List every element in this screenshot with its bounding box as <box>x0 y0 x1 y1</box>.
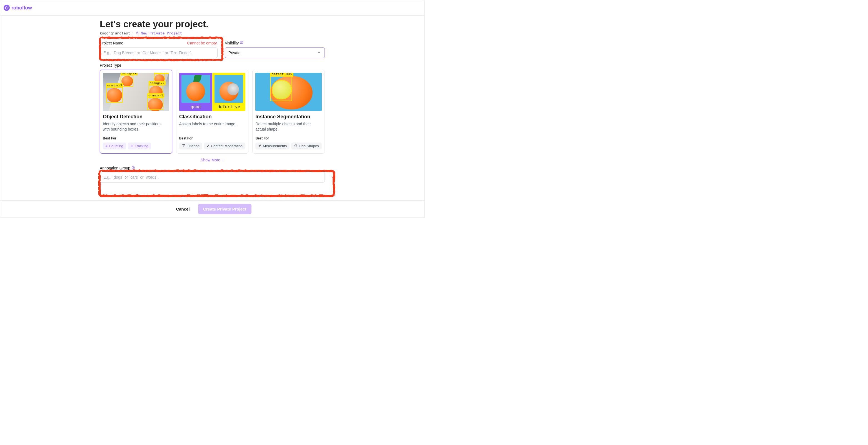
funnel-icon <box>182 144 185 148</box>
classification-illustration: good defective <box>179 73 246 111</box>
help-icon[interactable] <box>131 166 135 170</box>
ruler-icon <box>258 144 261 148</box>
project-name-error: Cannot be empty. <box>187 41 218 45</box>
project-name-label: Project Name <box>100 41 123 45</box>
breadcrumb-separator: › <box>132 31 134 35</box>
annotation-group-input[interactable] <box>100 172 325 183</box>
segmentation-illustration: defect 98% <box>255 73 322 111</box>
app-header: roboflow <box>0 0 424 15</box>
project-type-label: Project Type <box>100 63 325 67</box>
chip-odd-shapes: Odd Shapes <box>291 142 321 150</box>
page-title: Let's create your project. <box>100 19 325 29</box>
project-type-classification[interactable]: good defective Classification Assign lab… <box>176 70 249 154</box>
visibility-value: Private <box>228 51 241 55</box>
main-content: Let's create your project. kogongjangtes… <box>100 15 325 183</box>
best-for-label: Best For <box>255 136 322 140</box>
card-title: Classification <box>179 114 246 120</box>
card-desc: Identify objects and their positions wit… <box>103 121 169 132</box>
project-name-input[interactable] <box>100 47 218 58</box>
chip-measurements: Measurements <box>255 142 289 150</box>
annotation-group-field: Annotation Group <box>100 166 325 183</box>
blob-icon <box>294 144 297 148</box>
lock-icon <box>135 31 139 35</box>
check-icon: ✓ <box>207 144 210 148</box>
best-for-label: Best For <box>179 136 246 140</box>
breadcrumb-workspace[interactable]: kogongjangtest <box>100 31 130 35</box>
object-detection-illustration: orange-3 orange-4 orange-5 orange-2 oran… <box>103 73 169 111</box>
chip-filtering: Filtering <box>179 142 202 150</box>
footer-actions: Cancel Create Private Project <box>0 200 424 218</box>
svg-point-4 <box>133 168 133 169</box>
visibility-select[interactable]: Private <box>225 47 325 58</box>
chip-counting: #Counting <box>103 142 126 150</box>
project-type-object-detection[interactable]: orange-3 orange-4 orange-5 orange-2 oran… <box>100 70 172 154</box>
visibility-field: Visibility Private <box>225 40 325 58</box>
card-title: Instance Segmentation <box>255 114 322 120</box>
roboflow-logo-icon <box>4 5 10 11</box>
card-title: Object Detection <box>103 114 169 120</box>
project-name-field: Project Name Cannot be empty. <box>100 40 218 58</box>
brand-logo[interactable]: roboflow <box>4 5 32 11</box>
card-desc: Assign labels to the entire image. <box>179 121 246 132</box>
arrow-down-icon: ↓ <box>222 158 224 162</box>
create-project-button[interactable]: Create Private Project <box>198 204 251 214</box>
project-type-cards: orange-3 orange-4 orange-5 orange-2 oran… <box>100 70 325 154</box>
cancel-button[interactable]: Cancel <box>173 204 192 214</box>
svg-rect-0 <box>136 33 138 34</box>
breadcrumb-current: New Private Project <box>141 31 182 35</box>
help-icon[interactable] <box>240 41 243 45</box>
annotation-group-label: Annotation Group <box>100 166 130 170</box>
chevron-down-icon <box>317 50 321 56</box>
sparkle-icon: ✦ <box>131 144 133 148</box>
card-desc: Detect multiple objects and their actual… <box>255 121 322 132</box>
best-for-label: Best For <box>103 136 169 140</box>
brand-name: roboflow <box>11 5 32 11</box>
show-more-link[interactable]: Show More ↓ <box>200 158 224 162</box>
chip-tracking: ✦Tracking <box>128 142 151 150</box>
visibility-label: Visibility <box>225 41 243 45</box>
project-type-instance-segmentation[interactable]: defect 98% Instance Segmentation Detect … <box>252 70 325 154</box>
hash-icon: # <box>105 144 107 148</box>
breadcrumb: kogongjangtest › New Private Project <box>100 31 325 35</box>
chip-content-moderation: ✓Content Moderation <box>204 142 245 150</box>
